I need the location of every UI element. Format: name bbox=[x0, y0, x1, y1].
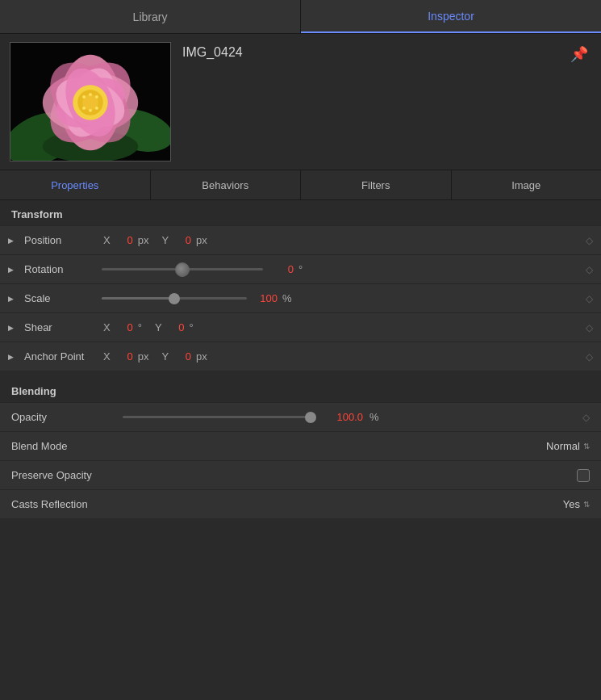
anchor-x-unit: px bbox=[138, 350, 149, 363]
row-casts-reflection[interactable]: Casts Reflection Yes ⇅ bbox=[0, 489, 601, 518]
opacity-unit: % bbox=[369, 411, 379, 423]
position-x-value[interactable]: 0 bbox=[115, 234, 133, 246]
shear-y-unit: ° bbox=[190, 321, 194, 333]
svg-point-19 bbox=[89, 109, 92, 112]
rotation-value[interactable]: 0 bbox=[276, 263, 294, 275]
row-opacity[interactable]: Opacity 100.0 % ◇ bbox=[0, 402, 601, 431]
tab-library[interactable]: Library bbox=[0, 0, 301, 33]
anchor-keyframe-btn[interactable]: ◇ bbox=[586, 351, 593, 363]
opacity-value[interactable]: 100.0 bbox=[331, 411, 363, 423]
expand-position-icon: ▶ bbox=[8, 237, 19, 245]
tab-image[interactable]: Image bbox=[452, 170, 602, 199]
row-position[interactable]: ▶ Position X 0 px Y 0 px ◇ bbox=[0, 225, 601, 254]
svg-point-18 bbox=[82, 107, 86, 110]
scale-thumb[interactable] bbox=[169, 293, 180, 304]
scale-label: Scale bbox=[24, 292, 97, 304]
casts-reflection-value: Yes bbox=[563, 498, 580, 510]
rotation-unit: ° bbox=[298, 263, 303, 275]
expand-rotation-icon: ▶ bbox=[8, 266, 19, 274]
position-x-unit: px bbox=[138, 234, 149, 246]
anchor-y-axis: Y bbox=[161, 350, 169, 363]
rotation-label: Rotation bbox=[24, 263, 97, 275]
casts-reflection-dropdown[interactable]: Yes ⇅ bbox=[563, 498, 590, 510]
position-label: Position bbox=[24, 234, 97, 246]
shear-y-value[interactable]: 0 bbox=[167, 321, 185, 333]
anchor-y-value[interactable]: 0 bbox=[173, 350, 191, 363]
position-y-unit: px bbox=[196, 234, 207, 246]
tab-behaviors[interactable]: Behaviors bbox=[151, 170, 302, 199]
anchor-y-unit: px bbox=[196, 350, 207, 363]
svg-point-16 bbox=[89, 93, 92, 96]
thumbnail bbox=[10, 42, 171, 161]
anchor-x-value[interactable]: 0 bbox=[115, 350, 133, 363]
row-blend-mode[interactable]: Blend Mode Normal ⇅ bbox=[0, 431, 601, 460]
expand-anchor-icon: ▶ bbox=[8, 353, 19, 361]
rotation-thumb[interactable] bbox=[175, 262, 190, 277]
rotation-slider[interactable] bbox=[102, 268, 263, 270]
opacity-slider[interactable] bbox=[123, 416, 316, 418]
position-y-value[interactable]: 0 bbox=[173, 234, 191, 246]
position-x-axis: X bbox=[103, 234, 111, 246]
row-shear[interactable]: ▶ Shear X 0 ° Y 0 ° ◇ bbox=[0, 312, 601, 342]
shear-keyframe-btn[interactable]: ◇ bbox=[586, 322, 593, 333]
subtab-bar: Properties Behaviors Filters Image bbox=[0, 170, 601, 200]
tab-properties[interactable]: Properties bbox=[0, 170, 151, 199]
scale-slider[interactable] bbox=[102, 297, 247, 300]
pin-icon[interactable]: 📌 bbox=[567, 42, 591, 66]
row-scale[interactable]: ▶ Scale 100 % ◇ bbox=[0, 283, 601, 312]
image-header: IMG_0424 📌 bbox=[0, 34, 601, 170]
shear-y-axis: Y bbox=[155, 321, 162, 333]
tab-bar: Library Inspector bbox=[0, 0, 601, 34]
expand-shear-icon: ▶ bbox=[8, 324, 19, 332]
blend-mode-value: Normal bbox=[546, 440, 580, 452]
shear-x-axis: X bbox=[103, 321, 111, 333]
opacity-thumb[interactable] bbox=[305, 412, 316, 423]
section-transform-header: Transform bbox=[0, 200, 601, 225]
scale-unit: % bbox=[282, 292, 292, 304]
anchor-x-axis: X bbox=[103, 350, 111, 363]
expand-scale-icon: ▶ bbox=[8, 295, 19, 303]
svg-point-15 bbox=[82, 95, 86, 99]
casts-reflection-stepper[interactable]: ⇅ bbox=[583, 500, 590, 509]
content: Transform ▶ Position X 0 px Y 0 px ◇ ▶ R… bbox=[0, 200, 601, 518]
section-blending-header: Blending bbox=[0, 377, 601, 402]
tab-inspector[interactable]: Inspector bbox=[301, 0, 601, 33]
opacity-label: Opacity bbox=[11, 411, 116, 423]
svg-point-20 bbox=[95, 107, 98, 110]
preserve-opacity-checkbox[interactable] bbox=[577, 469, 590, 482]
svg-point-17 bbox=[95, 95, 98, 99]
preserve-opacity-label: Preserve Opacity bbox=[11, 469, 116, 481]
scale-value[interactable]: 100 bbox=[260, 292, 278, 304]
casts-reflection-label: Casts Reflection bbox=[11, 498, 116, 510]
row-anchor-point[interactable]: ▶ Anchor Point X 0 px Y 0 px ◇ bbox=[0, 342, 601, 371]
blend-mode-label: Blend Mode bbox=[11, 440, 116, 452]
shear-label: Shear bbox=[24, 321, 97, 333]
shear-x-value[interactable]: 0 bbox=[115, 321, 133, 333]
row-rotation[interactable]: ▶ Rotation 0 ° ◇ bbox=[0, 254, 601, 283]
image-filename: IMG_0424 bbox=[182, 45, 556, 60]
image-info: IMG_0424 bbox=[182, 42, 556, 60]
blend-mode-dropdown[interactable]: Normal ⇅ bbox=[546, 440, 590, 452]
opacity-keyframe-btn[interactable]: ◇ bbox=[582, 412, 590, 423]
position-y-axis: Y bbox=[161, 234, 169, 246]
rotation-keyframe-btn[interactable]: ◇ bbox=[586, 264, 593, 275]
blend-mode-stepper[interactable]: ⇅ bbox=[583, 442, 590, 451]
scale-keyframe-btn[interactable]: ◇ bbox=[586, 293, 593, 304]
anchor-label: Anchor Point bbox=[24, 350, 97, 363]
shear-x-unit: ° bbox=[138, 321, 142, 333]
tab-filters[interactable]: Filters bbox=[301, 170, 452, 199]
row-preserve-opacity[interactable]: Preserve Opacity bbox=[0, 460, 601, 489]
position-keyframe-btn[interactable]: ◇ bbox=[586, 235, 593, 246]
